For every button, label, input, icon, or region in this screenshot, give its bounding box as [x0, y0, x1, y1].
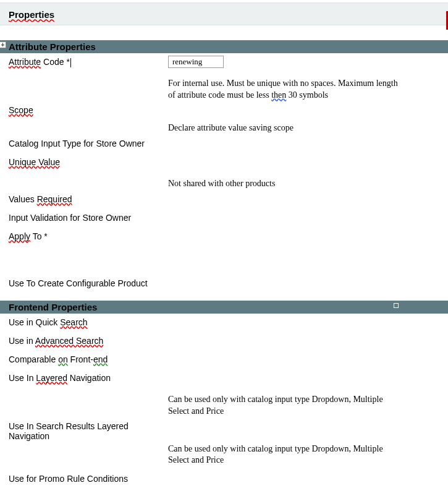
- help-unique: Not shared with other products: [168, 178, 448, 190]
- input-attribute-code[interactable]: [168, 56, 224, 68]
- label-values-required: Values Required: [9, 193, 168, 204]
- label-comparable: Comparable on Front-end: [9, 353, 168, 364]
- row-layered-help: Can be used only with catalog input type…: [9, 394, 448, 417]
- row-attribute-code: Attribute Code *: [9, 56, 448, 68]
- attribute-properties-body: Attribute Code * For internal use. Must …: [0, 56, 448, 289]
- label-configurable: Use To Create Configurable Product: [9, 277, 168, 288]
- page-title: Properties: [9, 9, 54, 20]
- section-header-frontend-properties: Frontend Properties: [0, 301, 448, 314]
- row-input-type: Catalog Input Type for Store Owner: [9, 137, 448, 150]
- section-header-attribute-properties: + Attribute Properties: [0, 40, 448, 53]
- page-title-bar: Properties: [0, 2, 448, 25]
- row-results-help: Can be used only with catalog input type…: [9, 443, 448, 467]
- label-promo: Use for Promo Rule Conditions: [9, 473, 168, 484]
- row-configurable: Use To Create Configurable Product: [9, 277, 448, 289]
- row-unique-help: Not shared with other products: [9, 178, 448, 190]
- label-scope: Scope: [9, 104, 168, 115]
- label-apply-to: Apply To *: [9, 230, 168, 241]
- row-layered-nav: Use In Layered Navigation: [9, 372, 448, 384]
- row-unique-value: Unique Value: [9, 156, 448, 168]
- row-values-required: Values Required: [9, 193, 448, 205]
- help-layered: Can be used only with catalog input type…: [168, 394, 448, 417]
- label-unique-value: Unique Value: [9, 156, 168, 167]
- label-advanced-search: Use in Advanced Search: [9, 335, 168, 346]
- label-input-type: Catalog Input Type for Store Owner: [9, 137, 168, 148]
- section-title-attribute: Attribute Properties: [9, 41, 96, 52]
- row-scope-help: Declare attribute value saving scope: [9, 122, 448, 135]
- expand-icon[interactable]: +: [0, 41, 6, 48]
- row-comparable: Comparable on Front-end: [9, 353, 448, 366]
- row-promo: Use for Promo Rule Conditions: [9, 473, 448, 485]
- label-input-validation: Input Validation for Store Owner: [9, 212, 168, 223]
- text-caret-icon: [70, 58, 71, 67]
- label-results-layered: Use In Search Results Layered Navigation: [9, 420, 168, 441]
- section-title-frontend: Frontend Properties: [9, 302, 97, 312]
- label-quick-search: Use in Quick Search: [9, 316, 168, 327]
- row-advanced-search: Use in Advanced Search: [9, 335, 448, 347]
- help-results: Can be used only with catalog input type…: [168, 443, 448, 467]
- label-attribute-code: Attribute Code *: [9, 56, 168, 67]
- row-attribute-code-help: For internal use. Must be unique with no…: [9, 78, 448, 101]
- label-layered-nav: Use In Layered Navigation: [9, 372, 168, 383]
- resize-handle-icon[interactable]: [394, 303, 399, 308]
- row-quick-search: Use in Quick Search: [9, 316, 448, 328]
- help-attribute-code: For internal use. Must be unique with no…: [168, 78, 448, 101]
- row-results-layered: Use In Search Results Layered Navigation: [9, 420, 448, 441]
- frontend-properties-body: Use in Quick Search Use in Advanced Sear…: [0, 316, 448, 488]
- row-apply-to: Apply To *: [9, 230, 448, 242]
- help-scope: Declare attribute value saving scope: [168, 122, 448, 134]
- row-input-validation: Input Validation for Store Owner: [9, 212, 448, 224]
- row-scope: Scope: [9, 104, 448, 116]
